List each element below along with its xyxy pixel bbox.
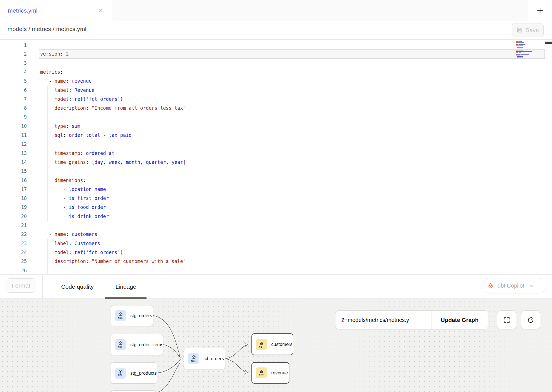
metric-chart-icon <box>259 369 264 374</box>
code-line-9[interactable]: 9 <box>0 113 552 122</box>
model-badge: MDL <box>188 353 199 364</box>
dbt-ide-window: metrics.yml models / metrics / metrics.y… <box>0 0 552 392</box>
line-number: 6 <box>0 86 27 95</box>
line-number: 11 <box>0 131 27 140</box>
save-button[interactable]: Save <box>512 23 544 37</box>
lineage-filter-input[interactable] <box>335 311 431 329</box>
code-line-25[interactable]: 25 description: "Number of customers wit… <box>0 257 552 266</box>
edge-arrowhead <box>244 343 248 347</box>
line-number: 3 <box>0 59 27 68</box>
model-cube-icon <box>118 312 123 316</box>
tab-lineage[interactable]: Lineage <box>105 275 147 298</box>
line-number: 9 <box>0 113 27 122</box>
code-line-20[interactable]: 20 - is_drink_order <box>0 212 552 221</box>
code-line-11[interactable]: 11 sql: order_total - tax_paid <box>0 131 552 140</box>
tab-metrics-yml[interactable]: metrics.yml <box>0 0 112 21</box>
code-line-24[interactable]: 24 model: ref('fct_orders') <box>0 248 552 257</box>
code-line-15[interactable]: 15 <box>0 167 552 176</box>
line-number: 13 <box>0 149 27 158</box>
node-label: stg_products <box>130 371 157 376</box>
format-button[interactable]: Format <box>6 278 36 293</box>
refresh-button[interactable] <box>521 310 540 329</box>
line-number: 20 <box>0 212 27 221</box>
code-line-text: model: ref('fct_orders') <box>40 248 123 257</box>
code-line-text: - name: revenue <box>40 77 92 86</box>
code-line-13[interactable]: 13 timestamp: ordered_at <box>0 149 552 158</box>
code-line-23[interactable]: 23 label: Customers <box>0 239 552 248</box>
node-label: revenue <box>271 370 288 376</box>
line-number: 7 <box>0 95 27 104</box>
badge-label: MDL <box>118 346 123 348</box>
code-line-22[interactable]: 22 - name: customers <box>0 230 552 239</box>
lineage-node-partial[interactable] <box>111 390 156 392</box>
metric-badge: MET <box>256 367 267 378</box>
line-number: 14 <box>0 158 27 167</box>
file-header-row: models / metrics / metrics.yml Save <box>0 21 552 40</box>
line-number: 24 <box>0 248 27 257</box>
edge-fct_orders-to-customers <box>225 345 246 359</box>
code-line-1[interactable]: 1 <box>0 40 552 50</box>
overview-ruler-marker[interactable] <box>545 42 552 44</box>
save-icon <box>517 27 523 33</box>
line-number: 12 <box>0 140 27 149</box>
code-line-4[interactable]: 4metrics: <box>0 68 552 77</box>
lineage-node-stg_orders[interactable]: MDLstg_orders <box>111 305 153 326</box>
new-tab-button[interactable] <box>528 0 552 21</box>
code-line-text: description: "Number of customers with a… <box>40 257 186 266</box>
dbt-copilot-button[interactable]: dbt Copilot <box>482 278 546 293</box>
edge-stg_supplies-to-fct_orders <box>156 362 180 392</box>
panel-divider <box>42 275 43 298</box>
model-badge: MDL <box>115 339 126 350</box>
lineage-node-revenue[interactable]: METrevenue <box>251 362 289 384</box>
code-line-text: - is_food_order <box>40 203 106 212</box>
code-line-7[interactable]: 7 model: ref('fct_orders') <box>0 95 552 104</box>
lineage-node-fct_orders[interactable]: MDLfct_orders <box>184 348 225 369</box>
code-line-10[interactable]: 10 type: sum <box>0 122 552 131</box>
close-tab-icon[interactable] <box>97 6 105 15</box>
code-line-2[interactable]: 2version: 2 <box>0 49 552 59</box>
dbt-copilot-icon <box>487 283 494 289</box>
chevron-down-icon <box>530 284 534 288</box>
line-number: 18 <box>0 194 27 203</box>
line-number: 2 <box>0 49 27 59</box>
bottom-panel-header: Format Code quality Lineage dbt Copilot <box>0 274 552 299</box>
fullscreen-button[interactable] <box>497 310 516 329</box>
code-editor[interactable]: 12version: 234metrics:5 - name: revenue6… <box>0 40 552 274</box>
line-number: 5 <box>0 77 27 86</box>
line-number: 15 <box>0 167 27 176</box>
line-number: 22 <box>0 230 27 239</box>
lineage-node-stg_order_items[interactable]: MDLstg_order_items <box>111 334 163 355</box>
lineage-node-stg_products[interactable]: MDLstg_products <box>111 362 157 384</box>
code-line-8[interactable]: 8 description: "Income from all orders l… <box>0 104 552 113</box>
node-label: customers <box>271 342 292 347</box>
line-number: 23 <box>0 239 27 248</box>
plus-icon <box>537 7 544 14</box>
line-number: 4 <box>0 68 27 77</box>
code-line-12[interactable]: 12 <box>0 140 552 149</box>
code-line-16[interactable]: 16 dimensions: <box>0 176 552 185</box>
code-line-14[interactable]: 14 time_grains: [day, week, month, quart… <box>0 158 552 167</box>
update-graph-button[interactable]: Update Graph <box>431 311 488 329</box>
code-line-21[interactable]: 21 <box>0 221 552 230</box>
lineage-filter-group: Update Graph <box>335 310 488 329</box>
code-line-26[interactable]: 26 <box>0 266 552 275</box>
code-line-5[interactable]: 5 - name: revenue <box>0 77 552 86</box>
code-line-19[interactable]: 19 - is_food_order <box>0 203 552 212</box>
line-number: 21 <box>0 221 27 230</box>
code-line-18[interactable]: 18 - is_first_order <box>0 194 552 203</box>
code-line-text: description: "Income from all orders les… <box>40 104 186 113</box>
tab-code-quality[interactable]: Code quality <box>50 275 105 298</box>
code-line-3[interactable]: 3 <box>0 59 552 68</box>
code-line-6[interactable]: 6 label: Revenue <box>0 86 552 95</box>
code-line-text: metrics: <box>40 68 63 77</box>
badge-label: MET <box>259 345 264 348</box>
indent-guide <box>40 167 40 176</box>
code-line-text: type: sum <box>40 122 80 131</box>
code-line-17[interactable]: 17 - location_name <box>0 185 552 194</box>
indent-guide <box>40 266 40 275</box>
code-line-text: timestamp: ordered_at <box>40 149 114 158</box>
lineage-node-customers[interactable]: METcustomers <box>251 333 293 355</box>
model-cube-icon <box>118 341 123 345</box>
lineage-canvas[interactable]: MDLstg_ordersMDLstg_order_itemsMDLstg_pr… <box>0 299 552 392</box>
minimap[interactable] <box>515 40 544 65</box>
